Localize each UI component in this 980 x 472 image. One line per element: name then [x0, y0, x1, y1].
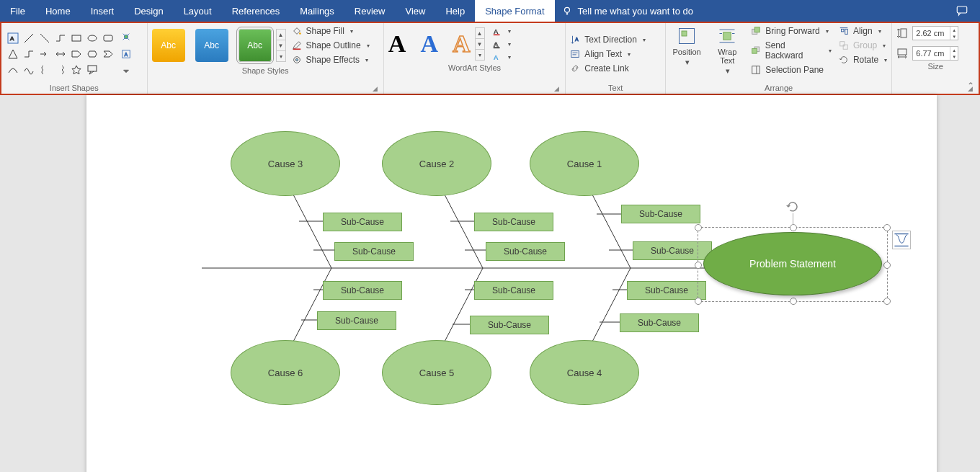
resize-handle-se[interactable] [883, 298, 891, 305]
shape-arrow-icon[interactable] [37, 47, 52, 61]
style-scroll-down-icon[interactable]: ▼ [277, 40, 285, 51]
cause-6-oval[interactable]: Cause 6 [231, 340, 340, 405]
sub-cause-box[interactable]: Sub-Cause [620, 313, 699, 332]
resize-handle-s[interactable] [790, 298, 797, 305]
resize-handle-n[interactable] [790, 224, 797, 231]
shape-height-input[interactable]: 2.62 cm▲▼ [912, 26, 958, 40]
shape-rect-icon[interactable] [69, 31, 84, 45]
shape-hexagon-icon[interactable] [85, 47, 99, 61]
wrap-text-button[interactable]: Wrap Text▾ [710, 26, 744, 75]
cause-2-oval[interactable]: Cause 2 [382, 131, 491, 196]
sub-cause-box[interactable]: Sub-Cause [621, 205, 700, 223]
sub-cause-box[interactable]: Sub-Cause [323, 281, 402, 300]
tab-review[interactable]: Review [344, 0, 396, 22]
layout-options-button[interactable] [892, 231, 911, 249]
sub-cause-box[interactable]: Sub-Cause [323, 213, 402, 231]
style-thumb-green[interactable]: Abc [239, 29, 272, 62]
text-outline-button[interactable]: A▾ [492, 39, 511, 49]
cause-1-oval[interactable]: Cause 1 [530, 131, 639, 196]
height-spin-down-icon[interactable]: ▼ [950, 33, 958, 40]
resize-handle-w[interactable] [695, 262, 702, 269]
wordart-gallery-scroll[interactable]: ▲ ▼ ▾ [475, 27, 485, 61]
width-spin-up-icon[interactable]: ▲ [950, 47, 958, 53]
style-scroll-up-icon[interactable]: ▲ [277, 30, 285, 40]
tab-references[interactable]: References [222, 0, 290, 22]
sub-cause-box[interactable]: Sub-Cause [334, 242, 414, 261]
text-effects-button[interactable]: A▾ [492, 52, 511, 62]
tab-view[interactable]: View [395, 0, 435, 22]
resize-handle-e[interactable] [883, 262, 891, 269]
shape-outline-button[interactable]: Shape Outline▾ [292, 40, 370, 50]
text-direction-button[interactable]: AText Direction▾ [570, 35, 646, 45]
tab-file[interactable]: File [0, 0, 35, 22]
cause-4-oval[interactable]: Cause 4 [530, 340, 639, 405]
wordart-launcher-icon[interactable]: ◢ [554, 85, 559, 92]
tab-design[interactable]: Design [124, 0, 173, 22]
shape-freeform-icon[interactable] [22, 63, 36, 77]
width-spin-down-icon[interactable]: ▼ [950, 53, 958, 60]
sub-cause-box[interactable]: Sub-Cause [474, 213, 553, 231]
shape-star-icon[interactable] [69, 63, 84, 77]
style-thumb-blue[interactable]: Abc [195, 29, 228, 62]
shape-brace2-icon[interactable] [53, 63, 68, 77]
wordart-thumb-2[interactable]: A [420, 30, 438, 58]
shape-pentagon-icon[interactable] [69, 47, 84, 61]
shape-chevron-icon[interactable] [101, 47, 115, 61]
bring-forward-button[interactable]: Bring Forward▾ [751, 26, 832, 36]
selection-pane-button[interactable]: Selection Pane [751, 65, 832, 75]
style-gallery-scroll[interactable]: ▲ ▼ ▾ [276, 29, 286, 62]
sub-cause-box[interactable]: Sub-Cause [470, 316, 549, 334]
style-thumb-yellow[interactable]: Abc [152, 29, 185, 62]
cause-3-oval[interactable]: Cause 3 [231, 131, 340, 196]
shape-doublearrow-icon[interactable] [53, 47, 68, 61]
create-link-button[interactable]: Create Link [570, 63, 646, 74]
tab-mailings[interactable]: Mailings [290, 0, 344, 22]
style-gallery-more-icon[interactable]: ▾ [277, 51, 285, 61]
shapes-gallery[interactable]: A [6, 31, 115, 77]
tab-help[interactable]: Help [435, 0, 475, 22]
shape-width-input[interactable]: 6.77 cm▲▼ [912, 46, 958, 61]
height-spin-up-icon[interactable]: ▲ [950, 27, 958, 33]
align-button[interactable]: Align▾ [839, 26, 887, 36]
resize-handle-ne[interactable] [883, 224, 891, 231]
text-fill-button[interactable]: A▾ [492, 26, 511, 36]
tab-home[interactable]: Home [35, 0, 81, 22]
edit-shape-button[interactable] [118, 29, 134, 45]
rotate-handle-icon[interactable] [786, 200, 799, 213]
shape-curve-icon[interactable] [6, 63, 20, 77]
shape-style-gallery[interactable]: Abc Abc Abc [152, 29, 272, 62]
wordart-gallery-more-icon[interactable]: ▾ [476, 50, 484, 60]
wordart-thumb-3[interactable]: A [453, 30, 471, 58]
tab-insert[interactable]: Insert [81, 0, 125, 22]
shape-textbox-icon[interactable]: A [6, 31, 20, 45]
collapse-ribbon-icon[interactable]: ⌃ [967, 81, 974, 91]
align-text-button[interactable]: Align Text▾ [570, 49, 646, 59]
shape-roundrect-icon[interactable] [101, 31, 115, 45]
problem-statement-oval[interactable]: Problem Statement [703, 232, 882, 295]
resize-handle-sw[interactable] [695, 298, 702, 305]
wordart-scroll-up-icon[interactable]: ▲ [476, 28, 484, 39]
shape-elbow-icon[interactable] [22, 47, 36, 61]
tab-shape-format[interactable]: Shape Format [475, 0, 554, 22]
shape-line-icon[interactable] [22, 31, 36, 45]
wordart-scroll-down-icon[interactable]: ▼ [476, 39, 484, 50]
sub-cause-box[interactable]: Sub-Cause [317, 311, 396, 330]
sub-cause-box[interactable]: Sub-Cause [627, 281, 706, 300]
tell-me-search[interactable]: Tell me what you want to do [562, 0, 693, 22]
shape-triangle-icon[interactable] [6, 47, 20, 61]
shape-oval-icon[interactable] [85, 31, 99, 45]
shape-line2-icon[interactable] [37, 31, 52, 45]
wordart-thumb-1[interactable]: A [388, 30, 406, 58]
shape-brace-icon[interactable] [37, 63, 52, 77]
draw-textbox-button[interactable]: A [118, 46, 134, 62]
shape-effects-button[interactable]: Shape Effects▾ [292, 55, 370, 65]
resize-handle-nw[interactable] [695, 224, 702, 231]
rotate-button[interactable]: Rotate▾ [839, 55, 887, 65]
tab-layout[interactable]: Layout [174, 0, 222, 22]
position-button[interactable]: Position▾ [670, 26, 703, 66]
comments-icon[interactable] [956, 4, 968, 17]
cause-5-oval[interactable]: Cause 5 [382, 340, 491, 405]
wordart-gallery[interactable]: A A A [388, 30, 471, 58]
send-backward-button[interactable]: Send Backward▾ [751, 40, 832, 61]
shape-callout-icon[interactable] [85, 63, 99, 77]
